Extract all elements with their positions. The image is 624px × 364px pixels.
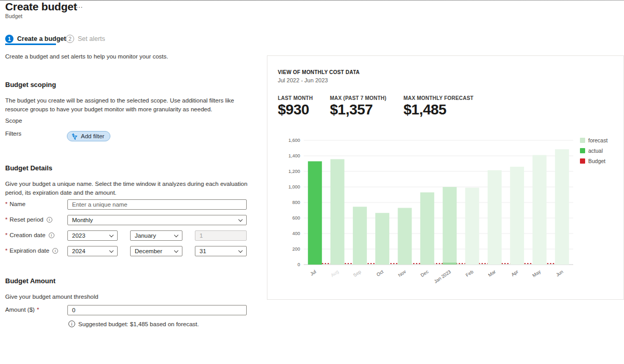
monthly-cost-chart: 02004006008001,0001,2001,4001,600JulAugS… <box>277 134 577 289</box>
top-divider <box>0 0 624 1</box>
svg-text:1,200: 1,200 <box>288 169 300 174</box>
chevron-down-icon <box>174 248 178 252</box>
svg-text:1,000: 1,000 <box>288 184 300 190</box>
creation-date-label: *Creation date i <box>5 232 54 238</box>
svg-text:Dec: Dec <box>420 269 430 278</box>
expiration-date-label: *Expiration date i <box>5 247 58 254</box>
more-options-button[interactable]: … <box>76 1 83 9</box>
tab-1-number-badge: 1 <box>5 35 13 43</box>
add-filter-label: Add filter <box>81 133 104 139</box>
svg-text:Sep: Sep <box>352 269 362 278</box>
actual-swatch-icon <box>580 148 585 153</box>
amount-label: Amount ($)* <box>5 307 39 313</box>
filters-label: Filters <box>5 130 21 137</box>
svg-text:Aug: Aug <box>330 269 339 278</box>
creation-date-info-icon[interactable]: i <box>49 232 54 238</box>
tab-create-a-budget[interactable]: 1 Create a budget <box>5 33 66 45</box>
svg-text:Nov: Nov <box>397 269 407 278</box>
legend-budget: Budget <box>580 158 607 164</box>
add-filter-button[interactable]: Add filter <box>67 131 110 141</box>
svg-text:Apr: Apr <box>510 269 519 277</box>
reset-period-label: *Reset period i <box>5 216 52 223</box>
cost-stats: LAST MONTH $930 MAX (PAST 7 MONTH) $1,35… <box>278 95 474 118</box>
svg-text:Jan 2023: Jan 2023 <box>433 269 452 284</box>
name-label: *Name <box>5 201 25 207</box>
budget-scoping-description: The budget you create will be assigned t… <box>5 96 248 114</box>
create-budget-page: Create budget … Budget 1 Create a budget… <box>0 0 624 364</box>
amount-input[interactable] <box>67 305 247 315</box>
svg-text:Jun: Jun <box>555 269 564 278</box>
stat-max-past-7-month: MAX (PAST 7 MONTH) $1,357 <box>330 95 387 118</box>
stat-max-monthly-forecast: MAX MONTHLY FORECAST $1,485 <box>404 95 474 118</box>
expiration-date-info-icon[interactable]: i <box>52 248 58 254</box>
expiration-day-select[interactable]: 31 <box>195 246 247 256</box>
svg-text:600: 600 <box>292 215 300 221</box>
svg-text:May: May <box>531 269 542 278</box>
reset-period-select[interactable]: Monthly <box>67 215 247 225</box>
active-tab-underline <box>5 43 56 45</box>
svg-text:Jul: Jul <box>309 269 317 276</box>
budget-details-heading: Budget Details <box>5 164 52 172</box>
svg-text:0: 0 <box>297 262 300 267</box>
page-title: Create budget <box>5 1 77 13</box>
svg-text:Mar: Mar <box>487 269 497 278</box>
monthly-cost-card: VIEW OF MONTHLY COST DATA Jul 2022 - Jun… <box>267 55 624 300</box>
budget-amount-description: Give your budget amount threshold <box>5 293 248 301</box>
svg-text:1,600: 1,600 <box>288 138 300 143</box>
cost-card-heading: VIEW OF MONTHLY COST DATA <box>278 69 360 75</box>
svg-text:400: 400 <box>292 231 300 236</box>
info-icon: i <box>68 321 75 327</box>
tab-set-alerts[interactable]: 2 Set alerts <box>66 33 105 45</box>
reset-period-info-icon[interactable]: i <box>47 217 52 223</box>
add-filter-icon <box>72 133 78 140</box>
page-subtitle: Budget <box>5 13 22 19</box>
budget-details-description: Give your budget a unique name. Select t… <box>5 180 248 198</box>
cost-card-date-range: Jul 2022 - Jun 2023 <box>278 77 328 83</box>
creation-month-select[interactable]: January <box>130 230 182 241</box>
chart-legend: forecast actual Budget <box>580 137 607 164</box>
creation-year-select[interactable]: 2023 <box>67 230 118 241</box>
chevron-down-icon <box>174 232 178 237</box>
tab-2-number-badge: 2 <box>66 35 74 43</box>
svg-text:1,400: 1,400 <box>288 153 300 158</box>
legend-forecast: forecast <box>580 137 607 143</box>
suggested-budget-note: i Suggested budget: $1,485 based on fore… <box>67 321 199 327</box>
tab-2-label: Set alerts <box>78 35 105 42</box>
expiration-month-select[interactable]: December <box>130 246 182 256</box>
chevron-down-icon <box>109 248 114 252</box>
legend-actual: actual <box>580 148 607 154</box>
scope-label: Scope <box>5 118 22 124</box>
chevron-down-icon <box>109 232 114 237</box>
page-description: Create a budget and set alerts to help y… <box>5 53 168 60</box>
svg-text:200: 200 <box>292 246 300 252</box>
expiration-year-select[interactable]: 2024 <box>67 246 118 256</box>
forecast-swatch-icon <box>580 138 585 143</box>
svg-text:Feb: Feb <box>465 269 474 278</box>
chevron-down-icon <box>238 217 243 221</box>
budget-swatch-icon <box>580 158 585 164</box>
svg-text:Oct: Oct <box>376 269 385 278</box>
stat-last-month: LAST MONTH $930 <box>278 95 313 118</box>
creation-day-input: 1 <box>195 230 247 241</box>
name-input[interactable] <box>67 199 247 210</box>
budget-amount-heading: Budget Amount <box>5 277 55 285</box>
tab-1-label: Create a budget <box>17 35 66 42</box>
budget-scoping-heading: Budget scoping <box>5 81 56 89</box>
svg-text:800: 800 <box>292 200 300 205</box>
cost-bar-chart-svg: 02004006008001,0001,2001,4001,600JulAugS… <box>277 134 577 289</box>
chevron-down-icon <box>238 248 243 252</box>
